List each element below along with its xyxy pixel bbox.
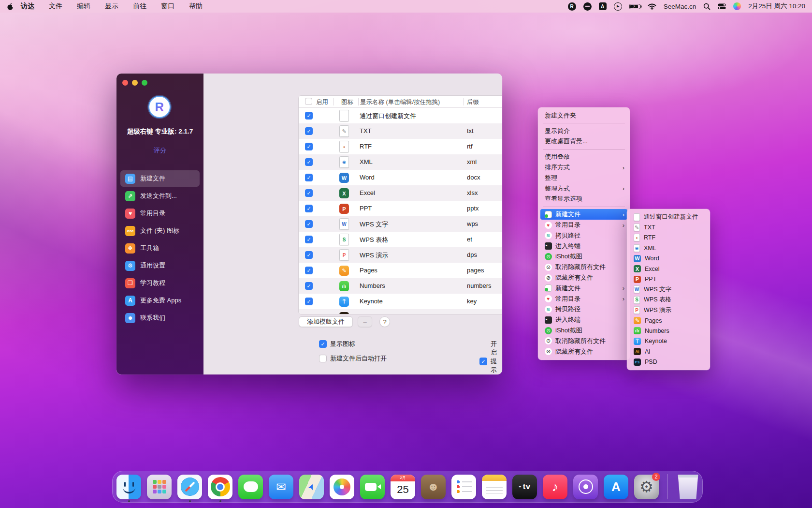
sidebar-item-general-settings[interactable]: ⚙通用设置 (120, 257, 200, 274)
menu-item-open-terminal[interactable]: 进入终端 (540, 241, 627, 252)
row-name[interactable]: RTF (360, 143, 372, 150)
dock-item-finder[interactable] (116, 475, 141, 499)
menubar-item[interactable]: 前往 (133, 2, 146, 11)
menubar-clock[interactable]: 2月25日 周六 10:20 (748, 2, 805, 11)
menubar-item[interactable]: 帮助 (189, 2, 203, 11)
sidebar-item-send-to[interactable]: ⇗发送文件到... (120, 188, 200, 204)
dock-item-calendar[interactable]: 2月25 (391, 475, 415, 499)
row-name[interactable]: XML (360, 158, 373, 165)
enable-checkbox[interactable]: ✓ (305, 174, 313, 181)
row-name[interactable]: Excel (360, 189, 375, 196)
siri-icon[interactable] (733, 2, 741, 10)
menu-item-common-dirs[interactable]: 常用目录› (540, 294, 627, 304)
sidebar-item-new-file[interactable]: ▤新建文件 (120, 170, 200, 187)
wifi-icon[interactable] (648, 3, 656, 10)
dock-item-photos[interactable] (330, 475, 354, 499)
switch-status-icon[interactable] (583, 2, 592, 11)
sidebar-item-common-dirs[interactable]: ♥常用目录 (120, 205, 200, 222)
select-all-checkbox[interactable] (305, 98, 312, 105)
row-name[interactable]: Pages (360, 267, 377, 274)
menubar-item[interactable]: 访达 (21, 2, 34, 11)
dock-item-music[interactable] (543, 475, 567, 499)
zoom-button[interactable] (142, 80, 147, 86)
menu-item-new-folder[interactable]: 新建文件夹 (540, 110, 627, 121)
dock-item-chrome[interactable] (208, 475, 232, 499)
row-name[interactable]: Keynote (360, 298, 383, 305)
dock-item-mail[interactable] (269, 475, 293, 499)
row-name[interactable]: WPS 演示 (360, 251, 388, 260)
rate-link[interactable]: 评分 (116, 146, 203, 155)
enable-checkbox[interactable]: ✓ (305, 236, 313, 243)
enable-checkbox[interactable]: ✓ (305, 251, 313, 259)
submenu-item-keynote[interactable]: Keynote (629, 336, 708, 346)
menu-item-clean-up-by[interactable]: 整理方式› (540, 183, 627, 194)
menu-item-new-file[interactable]: 新建文件› (540, 283, 627, 294)
enable-checkbox[interactable]: ✓ (305, 220, 313, 228)
submenu-item-psd[interactable]: PSD (629, 357, 708, 367)
row-name[interactable]: TXT (360, 127, 372, 134)
row-name[interactable]: 通过窗口创建新文件 (360, 112, 416, 120)
add-template-button[interactable]: 添加模版文件 (299, 316, 353, 327)
submenu-item-ai[interactable]: Ai (629, 346, 708, 357)
alert-sound-checkbox[interactable]: ✓ (479, 358, 487, 365)
row-name[interactable]: Numbers (360, 282, 385, 289)
enable-checkbox[interactable]: ✓ (305, 282, 313, 290)
dock-item-messages[interactable] (238, 475, 263, 499)
menu-item-show-view-options[interactable]: 查看显示选项 (540, 194, 627, 205)
menu-item-change-wallpaper[interactable]: 更改桌面背景... (540, 136, 627, 147)
superrightclick-status-icon[interactable]: R (568, 2, 576, 11)
spotlight-search-icon[interactable] (703, 3, 710, 10)
dock-item-launchpad[interactable] (147, 475, 172, 499)
dock-item-maps[interactable] (299, 475, 324, 499)
enable-checkbox[interactable]: ✓ (305, 205, 313, 212)
menu-item-unhide-all-files[interactable]: 取消隐藏所有文件 (540, 336, 627, 346)
dock-item-notes[interactable] (482, 475, 507, 499)
dock-item-facetime[interactable] (360, 475, 385, 499)
submenu-item-word[interactable]: Word (629, 254, 708, 264)
menu-item-unhide-all-files[interactable]: 取消隐藏所有文件 (540, 262, 627, 272)
menu-item-new-file[interactable]: 新建文件› (540, 209, 627, 220)
enable-checkbox[interactable]: ✓ (305, 112, 313, 120)
dock-item-appletv[interactable]: tv (512, 475, 537, 499)
sidebar-item-file-icon[interactable]: Icon文件 (夹) 图标 (120, 223, 200, 239)
menubar-item[interactable]: 显示 (105, 2, 118, 11)
dock-item-safari[interactable] (177, 475, 202, 499)
submenu-item-wps-writer[interactable]: WPS 文字 (629, 284, 708, 295)
option-auto-open[interactable]: 新建文件后自动打开 (319, 354, 387, 363)
row-name[interactable]: WPS 文字 (360, 220, 388, 229)
enable-checkbox[interactable]: ✓ (305, 189, 313, 197)
dock-item-appstore[interactable] (604, 475, 628, 499)
enable-checkbox[interactable]: ✓ (305, 143, 313, 150)
enable-checkbox[interactable]: ✓ (305, 298, 313, 305)
row-name[interactable]: Word (360, 174, 375, 181)
submenu-item-numbers[interactable]: Numbers (629, 326, 708, 336)
sidebar-item-tutorial[interactable]: ❐学习教程 (120, 275, 200, 291)
enable-checkbox[interactable]: ✓ (305, 127, 313, 135)
close-button[interactable] (122, 80, 128, 86)
battery-icon[interactable]: ⚡ (629, 4, 640, 9)
dock-item-reminders[interactable] (451, 475, 476, 499)
submenu-item-txt[interactable]: TXT (629, 222, 708, 232)
minimize-button[interactable] (132, 80, 138, 86)
auto-open-checkbox[interactable] (319, 355, 327, 362)
control-center-icon[interactable] (718, 3, 726, 9)
menu-item-clean-up[interactable]: 整理 (540, 173, 627, 183)
row-name[interactable]: PPT (360, 205, 372, 212)
option-alert-sound[interactable]: ✓开启提示音 (479, 340, 502, 374)
submenu-item-ppt[interactable]: PPT (629, 274, 708, 284)
enable-checkbox[interactable]: ✓ (305, 267, 313, 274)
menu-item-ishot-screenshot[interactable]: iShot截图 (540, 325, 627, 336)
submenu-item-excel[interactable]: Excel (629, 264, 708, 274)
help-button[interactable]: ? (379, 316, 390, 327)
dock-item-trash[interactable] (676, 475, 700, 499)
menubar-item[interactable]: 编辑 (77, 2, 90, 11)
dock-item-settings[interactable]: 2 (634, 475, 659, 499)
dock-item-podcasts[interactable] (573, 475, 598, 499)
menu-item-common-dirs[interactable]: 常用目录› (540, 220, 627, 230)
a-app-status-icon[interactable]: A (599, 2, 607, 10)
option-show-icon[interactable]: ✓显示图标 (319, 340, 355, 348)
show-icon-checkbox[interactable]: ✓ (319, 340, 327, 348)
menu-item-hide-all-files[interactable]: 隐藏所有文件 (540, 346, 627, 357)
menu-item-ishot-screenshot[interactable]: iShot截图 (540, 252, 627, 262)
play-status-icon[interactable]: ▶ (614, 2, 622, 11)
